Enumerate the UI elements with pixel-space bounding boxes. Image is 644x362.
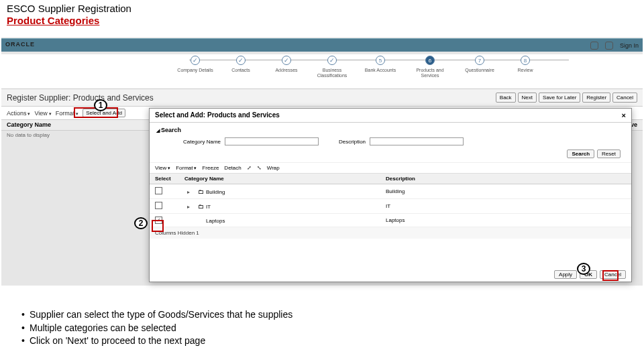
note-item: Multiple categories can be selected (21, 322, 292, 335)
screenshot-area: ORACLE Sign In Company Details Contacts … (1, 38, 643, 286)
callout-1: 1 (94, 99, 107, 111)
row-desc: Building (386, 188, 626, 194)
modal-toolbar: View Format Freeze Detach ⤢ ⤡ Wrap (150, 163, 631, 174)
home-icon[interactable] (590, 42, 598, 50)
row-name: IT (206, 204, 211, 210)
page-title: Register Supplier: Products and Services (7, 93, 154, 103)
next-button[interactable]: Next (518, 93, 537, 103)
row-desc: Laptops (386, 217, 626, 223)
step-questionnaire[interactable]: 7Questionnaire (459, 56, 500, 73)
slide-subtitle: Product Categories (7, 15, 99, 26)
callout-3: 3 (577, 263, 590, 275)
expand-icon[interactable]: ⤢ (247, 165, 252, 171)
register-button[interactable]: Register (582, 93, 610, 103)
modal-format-menu[interactable]: Format (176, 165, 197, 171)
search-description-input[interactable] (370, 137, 464, 145)
callout-2: 2 (134, 217, 148, 229)
step-business-classifications[interactable]: Business Classifications (311, 56, 353, 78)
step-review[interactable]: 8Review (504, 56, 546, 73)
search-description-field: Description (339, 137, 464, 145)
note-item: Click on 'Next' to proceed to the next p… (21, 335, 292, 348)
search-category-label: Category Name (183, 139, 221, 145)
oracle-logo: ORACLE (5, 41, 35, 48)
col-desc: Description (386, 176, 626, 182)
select-add-dialog: Select and Add: Products and Services × … (149, 108, 632, 282)
modal-cancel-button[interactable]: Cancel (600, 270, 626, 279)
sign-in-link[interactable]: Sign In (620, 42, 639, 49)
col-select: Select (155, 176, 184, 182)
collapse-icon[interactable]: ⤡ (257, 165, 262, 171)
columns-hidden-text: Columns Hidden 1 (150, 227, 631, 239)
col-category-name: Category Name (7, 121, 51, 129)
help-icon[interactable] (605, 42, 613, 50)
table-row[interactable]: Building Building (150, 184, 631, 199)
freeze-button[interactable]: Freeze (202, 165, 219, 171)
format-menu[interactable]: Format (56, 110, 78, 117)
leaf-icon (187, 217, 193, 223)
train-stepper: Company Details Contacts Addresses Busin… (1, 54, 643, 89)
modal-view-menu[interactable]: View (155, 165, 170, 171)
table-row[interactable]: IT IT (150, 199, 631, 214)
row-checkbox[interactable] (155, 217, 162, 224)
step-addresses[interactable]: Addresses (266, 56, 307, 73)
expand-icon[interactable] (187, 189, 193, 194)
category-table: Select Category Name Description Buildin… (150, 174, 631, 227)
search-panel-header[interactable]: Search (156, 127, 625, 133)
search-category-input[interactable] (225, 137, 319, 145)
apply-button[interactable]: Apply (554, 270, 577, 279)
detach-button[interactable]: Detach (224, 165, 241, 171)
step-bank-accounts[interactable]: 5Bank Accounts (360, 56, 401, 73)
note-item: Supplier can select the type of Goods/Se… (21, 308, 292, 322)
grid-empty-text: No data to display (7, 132, 50, 138)
expand-icon[interactable] (187, 204, 193, 209)
col-name: Category Name (184, 176, 386, 182)
row-name: Laptops (206, 218, 225, 224)
cancel-button[interactable]: Cancel (612, 93, 637, 103)
search-category-field: Category Name (183, 137, 319, 145)
leaf-icon (198, 217, 203, 223)
app-bar: ORACLE Sign In (1, 38, 643, 52)
row-desc: IT (386, 203, 626, 209)
back-button[interactable]: Back (496, 93, 516, 103)
folder-icon (198, 188, 203, 194)
slide-notes: Supplier can select the type of Goods/Se… (13, 308, 292, 348)
search-button[interactable]: Search (567, 149, 594, 158)
dialog-title: Select and Add: Products and Services (155, 111, 280, 119)
step-company-details[interactable]: Company Details (174, 56, 216, 73)
row-checkbox[interactable] (155, 202, 162, 209)
row-name: Building (206, 189, 225, 195)
close-icon[interactable]: × (622, 111, 626, 119)
row-checkbox[interactable] (155, 187, 162, 194)
view-menu[interactable]: View (34, 110, 51, 117)
reset-button[interactable]: Reset (597, 149, 621, 158)
search-description-label: Description (339, 139, 366, 145)
save-for-later-button[interactable]: Save for Later (539, 93, 580, 103)
slide-title: ESCO Supplier Registration (7, 3, 131, 14)
folder-icon (198, 203, 203, 208)
step-products-services[interactable]: 6Products and Services (409, 56, 451, 78)
actions-menu[interactable]: Actions (7, 110, 30, 117)
step-contacts[interactable]: Contacts (220, 56, 262, 73)
wrap-button[interactable]: Wrap (267, 165, 280, 171)
table-row[interactable]: Laptops Laptops (150, 214, 631, 227)
